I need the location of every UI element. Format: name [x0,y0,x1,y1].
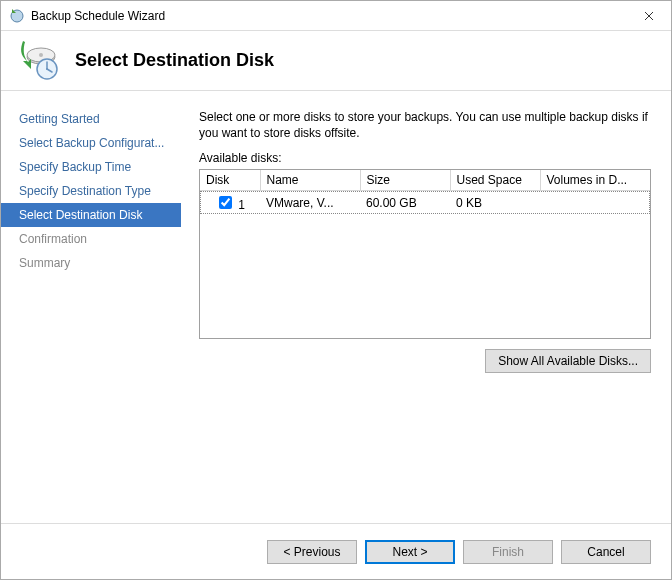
show-all-disks-button[interactable]: Show All Available Disks... [485,349,651,373]
table-row[interactable]: 1 VMware, V... 60.00 GB 0 KB [200,191,650,215]
available-disks-label: Available disks: [199,151,651,165]
col-name[interactable]: Name [260,170,360,191]
cell-disk: 1 [238,198,245,212]
wizard-header: Select Destination Disk [1,31,671,91]
next-button[interactable]: Next > [365,540,455,564]
step-getting-started[interactable]: Getting Started [1,107,181,131]
backup-disk-icon [17,39,61,83]
window-title: Backup Schedule Wizard [31,9,627,23]
cell-volumes [540,191,650,215]
cell-used: 0 KB [450,191,540,215]
wizard-body: Getting Started Select Backup Configurat… [1,91,671,523]
step-confirmation[interactable]: Confirmation [1,227,181,251]
col-used-space[interactable]: Used Space [450,170,540,191]
titlebar: Backup Schedule Wizard [1,1,671,31]
step-select-backup-config[interactable]: Select Backup Configurat... [1,131,181,155]
cell-name: VMware, V... [260,191,360,215]
wizard-window: Backup Schedule Wizard Select Destinatio… [0,0,672,580]
step-summary[interactable]: Summary [1,251,181,275]
disk-checkbox[interactable] [219,196,232,209]
col-volumes[interactable]: Volumes in D... [540,170,650,191]
close-button[interactable] [627,1,671,31]
svg-point-3 [39,53,43,57]
step-specify-backup-time[interactable]: Specify Backup Time [1,155,181,179]
available-disks-table[interactable]: Disk Name Size Used Space Volumes in D..… [199,169,651,339]
wizard-footer: < Previous Next > Finish Cancel [1,523,671,579]
step-specify-destination-type[interactable]: Specify Destination Type [1,179,181,203]
col-disk[interactable]: Disk [200,170,260,191]
cell-size: 60.00 GB [360,191,450,215]
backup-wizard-icon [9,8,25,24]
cancel-button[interactable]: Cancel [561,540,651,564]
finish-button[interactable]: Finish [463,540,553,564]
table-header-row: Disk Name Size Used Space Volumes in D..… [200,170,650,191]
content-pane: Select one or more disks to store your b… [181,91,671,523]
instruction-text: Select one or more disks to store your b… [199,109,651,141]
step-sidebar: Getting Started Select Backup Configurat… [1,91,181,523]
previous-button[interactable]: < Previous [267,540,357,564]
page-heading: Select Destination Disk [75,50,274,71]
col-size[interactable]: Size [360,170,450,191]
step-select-destination-disk[interactable]: Select Destination Disk [1,203,181,227]
